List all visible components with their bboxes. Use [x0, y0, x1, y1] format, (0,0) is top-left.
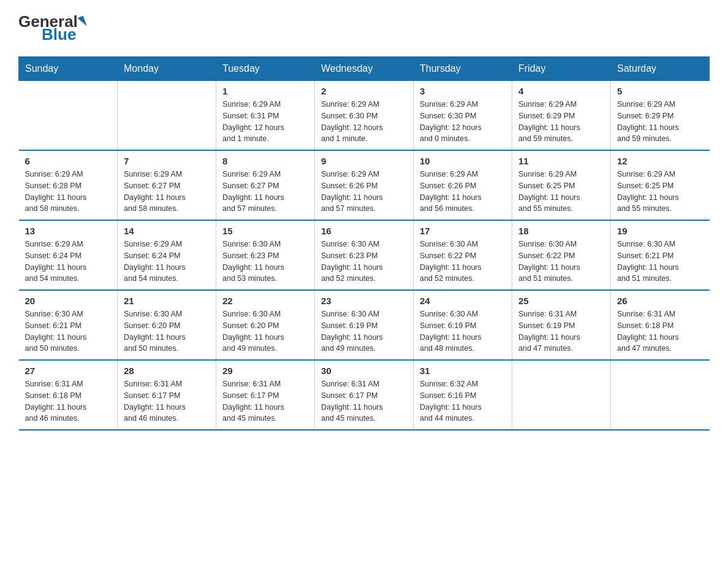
calendar-header: SundayMondayTuesdayWednesdayThursdayFrid…: [19, 57, 710, 81]
day-number: 6: [25, 156, 112, 166]
day-number: 17: [420, 226, 506, 236]
calendar-cell: 5Sunrise: 6:29 AMSunset: 6:29 PMDaylight…: [611, 81, 710, 151]
weekday-header-wednesday: Wednesday: [315, 57, 414, 81]
day-info: Sunrise: 6:29 AMSunset: 6:31 PMDaylight:…: [222, 99, 308, 145]
calendar-cell: 23Sunrise: 6:30 AMSunset: 6:19 PMDayligh…: [315, 290, 414, 360]
calendar-cell: 25Sunrise: 6:31 AMSunset: 6:19 PMDayligh…: [512, 290, 611, 360]
day-number: 31: [420, 366, 506, 376]
calendar-cell: 1Sunrise: 6:29 AMSunset: 6:31 PMDaylight…: [216, 81, 315, 151]
day-info: Sunrise: 6:30 AMSunset: 6:19 PMDaylight:…: [321, 308, 407, 354]
week-row-3: 13Sunrise: 6:29 AMSunset: 6:24 PMDayligh…: [19, 220, 710, 290]
day-number: 13: [25, 226, 112, 236]
day-info: Sunrise: 6:32 AMSunset: 6:16 PMDaylight:…: [420, 378, 506, 424]
logo-triangle-icon: [77, 15, 87, 28]
day-info: Sunrise: 6:29 AMSunset: 6:30 PMDaylight:…: [321, 99, 407, 145]
weekday-header-friday: Friday: [512, 57, 611, 81]
weekday-row: SundayMondayTuesdayWednesdayThursdayFrid…: [19, 57, 710, 81]
day-info: Sunrise: 6:29 AMSunset: 6:27 PMDaylight:…: [124, 169, 210, 215]
calendar-cell: 13Sunrise: 6:29 AMSunset: 6:24 PMDayligh…: [19, 220, 118, 290]
day-info: Sunrise: 6:30 AMSunset: 6:22 PMDaylight:…: [518, 239, 604, 285]
day-number: 28: [124, 366, 210, 376]
calendar-cell: [512, 360, 611, 430]
day-info: Sunrise: 6:29 AMSunset: 6:24 PMDaylight:…: [124, 239, 210, 285]
calendar-cell: 24Sunrise: 6:30 AMSunset: 6:19 PMDayligh…: [414, 290, 512, 360]
day-info: Sunrise: 6:29 AMSunset: 6:25 PMDaylight:…: [617, 169, 703, 215]
logo-blue-text: Blue: [42, 25, 76, 44]
day-info: Sunrise: 6:29 AMSunset: 6:30 PMDaylight:…: [420, 99, 506, 145]
week-row-1: 1Sunrise: 6:29 AMSunset: 6:31 PMDaylight…: [19, 81, 710, 151]
day-number: 29: [222, 366, 308, 376]
calendar-cell: 9Sunrise: 6:29 AMSunset: 6:26 PMDaylight…: [315, 150, 414, 220]
day-number: 19: [617, 226, 703, 236]
weekday-header-thursday: Thursday: [414, 57, 512, 81]
weekday-header-saturday: Saturday: [611, 57, 710, 81]
day-number: 11: [518, 156, 604, 166]
day-info: Sunrise: 6:29 AMSunset: 6:27 PMDaylight:…: [222, 169, 308, 215]
logo: General Blue: [18, 12, 86, 44]
calendar-cell: 14Sunrise: 6:29 AMSunset: 6:24 PMDayligh…: [118, 220, 216, 290]
day-number: 4: [518, 86, 604, 96]
calendar-cell: 10Sunrise: 6:29 AMSunset: 6:26 PMDayligh…: [414, 150, 512, 220]
calendar-cell: 11Sunrise: 6:29 AMSunset: 6:25 PMDayligh…: [512, 150, 611, 220]
day-number: 9: [321, 156, 407, 166]
day-number: 14: [124, 226, 210, 236]
day-info: Sunrise: 6:29 AMSunset: 6:29 PMDaylight:…: [518, 99, 604, 145]
day-number: 8: [222, 156, 308, 166]
day-info: Sunrise: 6:30 AMSunset: 6:21 PMDaylight:…: [25, 308, 112, 354]
day-info: Sunrise: 6:31 AMSunset: 6:17 PMDaylight:…: [124, 378, 210, 424]
day-info: Sunrise: 6:30 AMSunset: 6:20 PMDaylight:…: [222, 308, 308, 354]
day-number: 27: [25, 366, 112, 376]
day-info: Sunrise: 6:31 AMSunset: 6:17 PMDaylight:…: [321, 378, 407, 424]
day-number: 5: [617, 86, 703, 96]
calendar-cell: 17Sunrise: 6:30 AMSunset: 6:22 PMDayligh…: [414, 220, 512, 290]
page-header: General Blue: [18, 12, 710, 44]
day-info: Sunrise: 6:29 AMSunset: 6:24 PMDaylight:…: [25, 239, 112, 285]
calendar-cell: 20Sunrise: 6:30 AMSunset: 6:21 PMDayligh…: [19, 290, 118, 360]
week-row-5: 27Sunrise: 6:31 AMSunset: 6:18 PMDayligh…: [19, 360, 710, 430]
calendar-cell: 22Sunrise: 6:30 AMSunset: 6:20 PMDayligh…: [216, 290, 315, 360]
day-info: Sunrise: 6:31 AMSunset: 6:18 PMDaylight:…: [25, 378, 112, 424]
calendar-table: SundayMondayTuesdayWednesdayThursdayFrid…: [18, 56, 710, 431]
calendar-cell: 18Sunrise: 6:30 AMSunset: 6:22 PMDayligh…: [512, 220, 611, 290]
day-number: 3: [420, 86, 506, 96]
calendar-cell: [118, 81, 216, 151]
day-number: 2: [321, 86, 407, 96]
weekday-header-sunday: Sunday: [19, 57, 118, 81]
calendar-cell: 16Sunrise: 6:30 AMSunset: 6:23 PMDayligh…: [315, 220, 414, 290]
calendar-cell: 15Sunrise: 6:30 AMSunset: 6:23 PMDayligh…: [216, 220, 315, 290]
day-info: Sunrise: 6:30 AMSunset: 6:20 PMDaylight:…: [124, 308, 210, 354]
day-number: 15: [222, 226, 308, 236]
calendar-cell: 21Sunrise: 6:30 AMSunset: 6:20 PMDayligh…: [118, 290, 216, 360]
day-info: Sunrise: 6:30 AMSunset: 6:22 PMDaylight:…: [420, 239, 506, 285]
day-number: 21: [124, 296, 210, 306]
calendar-cell: 28Sunrise: 6:31 AMSunset: 6:17 PMDayligh…: [118, 360, 216, 430]
day-number: 25: [518, 296, 604, 306]
calendar-body: 1Sunrise: 6:29 AMSunset: 6:31 PMDaylight…: [19, 81, 710, 431]
calendar-cell: [611, 360, 710, 430]
day-info: Sunrise: 6:30 AMSunset: 6:19 PMDaylight:…: [420, 308, 506, 354]
day-info: Sunrise: 6:29 AMSunset: 6:29 PMDaylight:…: [617, 99, 703, 145]
day-number: 18: [518, 226, 604, 236]
calendar-cell: 12Sunrise: 6:29 AMSunset: 6:25 PMDayligh…: [611, 150, 710, 220]
weekday-header-tuesday: Tuesday: [216, 57, 315, 81]
day-number: 22: [222, 296, 308, 306]
calendar-cell: 19Sunrise: 6:30 AMSunset: 6:21 PMDayligh…: [611, 220, 710, 290]
day-number: 26: [617, 296, 703, 306]
day-info: Sunrise: 6:29 AMSunset: 6:25 PMDaylight:…: [518, 169, 604, 215]
calendar-cell: 8Sunrise: 6:29 AMSunset: 6:27 PMDaylight…: [216, 150, 315, 220]
week-row-4: 20Sunrise: 6:30 AMSunset: 6:21 PMDayligh…: [19, 290, 710, 360]
day-info: Sunrise: 6:30 AMSunset: 6:23 PMDaylight:…: [321, 239, 407, 285]
day-number: 12: [617, 156, 703, 166]
day-number: 23: [321, 296, 407, 306]
day-info: Sunrise: 6:30 AMSunset: 6:23 PMDaylight:…: [222, 239, 308, 285]
day-info: Sunrise: 6:30 AMSunset: 6:21 PMDaylight:…: [617, 239, 703, 285]
calendar-cell: 31Sunrise: 6:32 AMSunset: 6:16 PMDayligh…: [414, 360, 512, 430]
calendar-cell: 30Sunrise: 6:31 AMSunset: 6:17 PMDayligh…: [315, 360, 414, 430]
day-number: 20: [25, 296, 112, 306]
calendar-cell: 6Sunrise: 6:29 AMSunset: 6:28 PMDaylight…: [19, 150, 118, 220]
calendar-cell: 2Sunrise: 6:29 AMSunset: 6:30 PMDaylight…: [315, 81, 414, 151]
day-number: 24: [420, 296, 506, 306]
day-number: 30: [321, 366, 407, 376]
calendar-cell: 29Sunrise: 6:31 AMSunset: 6:17 PMDayligh…: [216, 360, 315, 430]
day-info: Sunrise: 6:29 AMSunset: 6:26 PMDaylight:…: [420, 169, 506, 215]
